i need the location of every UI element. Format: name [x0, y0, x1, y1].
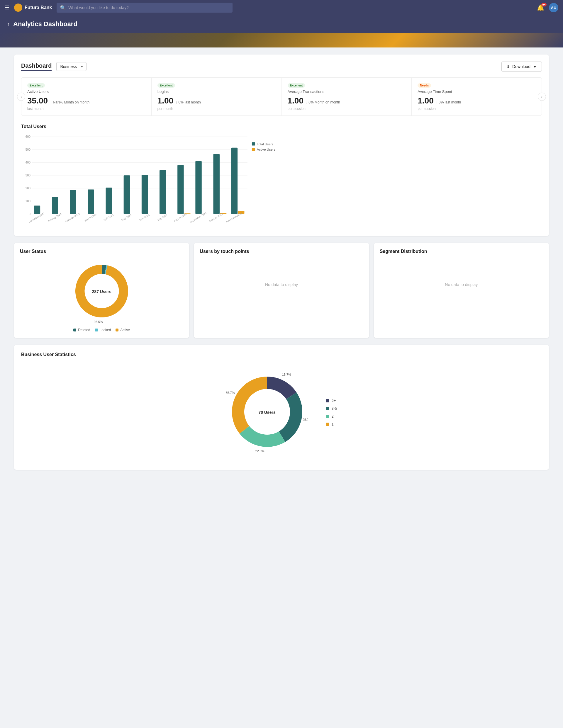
bar-total-6 — [142, 175, 148, 214]
svg-text:June-2023: June-2023 — [138, 213, 150, 222]
top-navigation: ☰ Futura Bank 🔍 🔔 9+ AU — [0, 0, 563, 15]
svg-text:25.7%: 25.7% — [303, 418, 308, 421]
download-button[interactable]: ⬇ Download ▼ — [501, 62, 542, 72]
svg-text:100: 100 — [25, 200, 31, 203]
bar-chart-legend — [513, 134, 542, 229]
main-dashboard-card: Dashboard Business Personal ▼ ⬇ Download… — [14, 55, 549, 236]
metric-change-0: ↓ NaN% Month on month — [50, 100, 89, 104]
business-user-stats-title: Business User Statistics — [21, 352, 542, 357]
metric-sub-1: per month — [157, 107, 275, 111]
user-status-card: User Status 2.79%96.5% 287 Users Deleted… — [14, 243, 189, 338]
metric-sub-3: per session — [418, 107, 536, 111]
bar-total-10 — [213, 154, 219, 214]
svg-text:22.9%: 22.9% — [255, 449, 264, 453]
svg-text:March-2023: March-2023 — [84, 213, 97, 222]
biz-legend-color-0 — [326, 399, 329, 402]
dashboard-title-area: Dashboard Business Personal ▼ — [21, 62, 86, 71]
metric-change-1: ↓ 0% last month — [176, 100, 200, 104]
avatar[interactable]: AU — [549, 3, 558, 12]
notification-button[interactable]: 🔔 9+ — [537, 4, 544, 11]
metric-badge-1: Excellent — [157, 83, 175, 88]
legend-color-0 — [73, 329, 76, 331]
svg-text:200: 200 — [25, 187, 31, 190]
user-status-center-label: 287 Users — [92, 289, 111, 294]
metrics-prev-button[interactable]: ‹ — [17, 93, 25, 101]
metric-item-1: Excellent Logins 1.00 ↓ 0% last month pe… — [152, 78, 282, 115]
biz-legend-label-1: 3-5 — [332, 406, 337, 411]
biz-legend-color-2 — [326, 415, 329, 418]
metric-label-1: Logins — [157, 89, 275, 94]
business-stats-center-label: 70 Users — [258, 410, 275, 415]
segment-distribution-title: Segment Distribution — [380, 249, 543, 254]
bar-total-7 — [159, 170, 166, 214]
dashboard-header: Dashboard Business Personal ▼ ⬇ Download… — [21, 62, 542, 72]
metric-badge-0: Excellent — [27, 83, 45, 88]
svg-text:500: 500 — [25, 148, 31, 151]
page-title: Analytics Dashboard — [13, 20, 77, 28]
metrics-next-button[interactable]: › — [538, 93, 546, 101]
metric-value-3: 1.00 — [418, 96, 434, 106]
bar-total-2 — [70, 190, 76, 214]
search-icon: 🔍 — [60, 5, 66, 11]
total-users-section: Total Users 0100200300400500600December-… — [21, 124, 542, 229]
segment-distribution-no-data: No data to display — [380, 259, 543, 310]
bar-total-5 — [124, 175, 130, 214]
metric-badge-3: Needs — [418, 83, 431, 88]
logo-text: Futura Bank — [25, 5, 52, 10]
filter-select-wrapper[interactable]: Business Personal ▼ — [56, 62, 86, 71]
metric-value-row-0: 35.00 ↓ NaN% Month on month — [27, 96, 145, 106]
dashboard-title: Dashboard — [21, 62, 52, 71]
business-stats-legend: 5+3-521 — [326, 398, 337, 426]
metric-change-2: ↓ 0% Month on month — [306, 100, 340, 104]
metric-item-0: Excellent Active Users 35.00 ↓ NaN% Mont… — [21, 78, 152, 115]
bar-total-9 — [195, 161, 201, 214]
metric-value-row-2: 1.00 ↓ 0% Month on month — [288, 96, 406, 106]
menu-icon[interactable]: ☰ — [5, 4, 9, 11]
biz-legend-label-0: 5+ — [332, 398, 336, 403]
search-input[interactable] — [68, 3, 229, 13]
metric-value-1: 1.00 — [157, 96, 173, 106]
business-user-stats-card: Business User Statistics 15.7%25.7%22.9%… — [14, 345, 549, 470]
segment-distribution-card: Segment Distribution No data to display — [374, 243, 549, 338]
biz-legend-label-2: 2 — [332, 414, 334, 419]
search-bar[interactable]: 🔍 — [57, 3, 232, 13]
biz-legend-item-1: 3-5 — [326, 406, 337, 411]
logo: Futura Bank — [14, 4, 52, 12]
svg-text:April-2023: April-2023 — [103, 213, 114, 222]
biz-legend-item-3: 1 — [326, 422, 337, 426]
user-status-legend-item-1: Locked — [95, 328, 111, 332]
three-cols-section: User Status 2.79%96.5% 287 Users Deleted… — [14, 243, 549, 338]
user-status-title: User Status — [20, 249, 183, 254]
bar-total-11 — [231, 148, 237, 214]
metric-label-3: Average Time Spent — [418, 89, 536, 94]
business-stats-chart-row: 15.7%25.7%22.9%35.7% 70 Users 5+3-521 — [21, 362, 542, 463]
biz-legend-item-2: 2 — [326, 414, 337, 419]
filter-select[interactable]: Business Personal — [56, 62, 86, 71]
metrics-section: ‹ Excellent Active Users 35.00 ↓ NaN% Mo… — [21, 77, 542, 116]
metric-value-row-3: 1.00 ↓ 0% last month — [418, 96, 536, 106]
biz-legend-color-1 — [326, 407, 329, 410]
analytics-icon: ↑ — [7, 21, 10, 27]
bar-chart-svg: 0100200300400500600December-2022January-… — [21, 134, 508, 228]
svg-text:2.79%: 2.79% — [100, 259, 109, 259]
bar-total-3 — [88, 189, 94, 214]
metric-item-3: Needs Average Time Spent 1.00 ↓ 0% last … — [412, 78, 542, 115]
svg-text:15.7%: 15.7% — [282, 373, 291, 376]
svg-text:0: 0 — [29, 212, 30, 216]
bar-total-4 — [105, 188, 112, 214]
metric-sub-0: last month — [27, 107, 145, 111]
users-by-touchpoints-title: Users by touch points — [200, 249, 363, 254]
bar-total-8 — [177, 165, 183, 214]
user-status-chart-wrapper: 2.79%96.5% 287 Users DeletedLockedActive — [20, 259, 183, 332]
topnav-right: 🔔 9+ AU — [537, 3, 558, 12]
svg-text:July-2023: July-2023 — [157, 214, 168, 222]
svg-text:300: 300 — [25, 174, 31, 177]
logo-icon — [14, 4, 22, 12]
metric-label-2: Average Transactions — [288, 89, 406, 94]
svg-rect-26 — [252, 142, 255, 145]
legend-color-1 — [95, 329, 98, 331]
download-icon: ⬇ — [506, 64, 510, 69]
users-by-touchpoints-card: Users by touch points No data to display — [194, 243, 369, 338]
legend-label-1: Locked — [100, 328, 111, 332]
user-status-legend: DeletedLockedActive — [73, 328, 130, 332]
